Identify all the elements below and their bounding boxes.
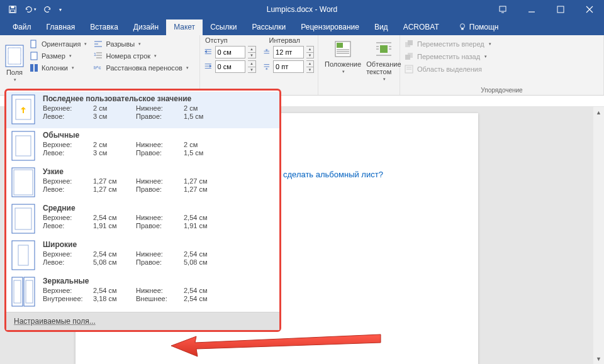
vertical-scrollbar[interactable]: ▲ ▼ — [593, 107, 604, 364]
ribbon: Поля ▾ Ориентация▾ Размер▾ Колонки▾ Разр… — [0, 35, 604, 96]
spacing-after-input[interactable]: 0 пт — [273, 60, 304, 73]
group-page-setup: Поля ▾ Ориентация▾ Размер▾ Колонки▾ Разр… — [0, 35, 200, 95]
svg-rect-19 — [408, 40, 413, 45]
tab-home[interactable]: Главная — [39, 19, 83, 35]
maximize-button[interactable] — [546, 0, 575, 19]
interval-label: Интервал — [269, 36, 300, 44]
size-button[interactable]: Размер▾ — [29, 51, 87, 61]
ribbon-display-options[interactable] — [488, 0, 517, 19]
custom-margins-button[interactable]: Настраиваемые поля... — [6, 312, 279, 330]
document-hyperlink[interactable]: сделать альбомный лист? — [283, 170, 383, 179]
svg-rect-16 — [337, 43, 343, 48]
ribbon-tabs: Файл Главная Вставка Дизайн Макет Ссылки… — [0, 19, 604, 35]
margins-dropdown: Последнее пользовательское значение Верх… — [4, 89, 281, 332]
scroll-down-button[interactable]: ▼ — [593, 353, 604, 364]
indent-left-icon — [204, 47, 213, 57]
svg-rect-21 — [405, 55, 410, 60]
selection-pane-button: Область выделения — [404, 63, 600, 75]
group-position: Положение▾ Обтекание текстом▾ — [318, 35, 400, 95]
scroll-up-button[interactable]: ▲ — [593, 107, 604, 118]
margins-icon — [5, 45, 24, 67]
svg-rect-1 — [11, 6, 14, 9]
wrap-text-button[interactable]: Обтекание текстом▾ — [364, 39, 403, 94]
margins-option-moderate[interactable]: Средние Верхнее:2,54 смНижнее:2,54 см Ле… — [6, 201, 279, 238]
svg-point-5 — [460, 24, 464, 28]
line-numbers-button[interactable]: 1Номера строк▾ — [93, 51, 188, 61]
lightbulb-icon — [458, 23, 467, 31]
indent-label: Отступ — [205, 36, 228, 44]
tab-view[interactable]: Вид — [367, 19, 396, 35]
selection-pane-icon — [404, 64, 414, 74]
margins-option-normal[interactable]: Обычные Верхнее:2 смНижнее:2 см Левое:3 … — [6, 128, 279, 165]
send-backward-button: Переместить назад▾ — [404, 50, 600, 63]
send-backward-icon — [404, 52, 414, 62]
spacing-after-icon — [262, 62, 271, 72]
tab-mailings[interactable]: Рассылки — [244, 19, 293, 35]
svg-rect-27 — [12, 168, 35, 197]
margins-option-mirrored[interactable]: Зеркальные Верхнее:2,54 смНижнее:2,54 см… — [6, 274, 279, 311]
svg-rect-3 — [500, 6, 506, 11]
group-arrange: Переместить вперед▾ Переместить назад▾ О… — [400, 35, 604, 95]
indent-left-input[interactable]: 0 см — [215, 46, 246, 58]
tab-file[interactable]: Файл — [5, 19, 39, 35]
margins-button[interactable]: Поля ▾ — [3, 38, 26, 85]
indent-right-spinner[interactable]: ▲▼ — [248, 60, 255, 73]
close-button[interactable] — [575, 0, 604, 19]
wrap-text-icon — [374, 39, 394, 59]
bring-forward-button: Переместить вперед▾ — [404, 38, 600, 50]
breaks-button[interactable]: Разрывы▾ — [93, 39, 188, 49]
window-title: Lumpics.docx - Word — [267, 5, 337, 14]
svg-rect-11 — [30, 64, 33, 72]
columns-icon — [29, 63, 39, 73]
spacing-before-spinner[interactable]: ▲▼ — [306, 46, 314, 58]
hyphenation-button[interactable]: bᵃcРасстановка переносов▾ — [93, 63, 188, 73]
position-button[interactable]: Положение▾ — [322, 39, 364, 94]
indent-right-icon — [204, 62, 213, 72]
margins-option-narrow[interactable]: Узкие Верхнее:1,27 смНижнее:1,27 см Лево… — [6, 165, 279, 201]
save-button[interactable] — [5, 2, 20, 17]
bring-forward-icon — [404, 39, 414, 49]
svg-rect-10 — [31, 52, 37, 60]
arrange-group-label: Упорядочение — [400, 87, 603, 94]
tab-design[interactable]: Дизайн — [126, 19, 166, 35]
margins-thumb-icon — [11, 94, 35, 124]
hyphenation-icon: bᵃc — [93, 63, 103, 73]
line-numbers-icon: 1 — [93, 51, 103, 61]
svg-text:bᵃc: bᵃc — [94, 65, 101, 70]
svg-text:1: 1 — [94, 52, 96, 57]
tab-references[interactable]: Ссылки — [203, 19, 244, 35]
tab-layout[interactable]: Макет — [166, 19, 203, 35]
minimize-button[interactable] — [517, 0, 546, 19]
svg-rect-2 — [11, 10, 15, 13]
breaks-icon — [93, 39, 103, 49]
margins-option-last-custom[interactable]: Последнее пользовательское значение Верх… — [6, 92, 279, 128]
svg-rect-17 — [380, 45, 388, 53]
tab-insert[interactable]: Вставка — [82, 19, 126, 35]
page-size-icon — [29, 51, 39, 61]
tab-review[interactable]: Рецензирование — [293, 19, 367, 35]
svg-rect-12 — [35, 64, 38, 72]
orientation-button[interactable]: Ориентация▾ — [29, 39, 87, 49]
spacing-before-input[interactable]: 12 пт — [273, 46, 304, 58]
group-paragraph: Отступ Интервал 0 см ▲▼ 12 пт ▲▼ 0 см ▲▼… — [200, 35, 318, 95]
position-icon — [333, 39, 353, 59]
qat-customize[interactable]: ▾ — [59, 7, 62, 13]
orientation-icon — [29, 39, 39, 49]
columns-button[interactable]: Колонки▾ — [29, 63, 87, 73]
spacing-before-icon — [262, 47, 271, 57]
titlebar: ▾ ▾ Lumpics.docx - Word — [0, 0, 604, 19]
svg-rect-9 — [31, 40, 36, 48]
spacing-after-spinner[interactable]: ▲▼ — [306, 60, 314, 73]
svg-rect-6 — [461, 28, 464, 30]
undo-button[interactable]: ▾ — [23, 2, 38, 17]
chevron-down-icon: ▾ — [14, 77, 16, 82]
svg-rect-4 — [557, 6, 564, 13]
margins-option-wide[interactable]: Широкие Верхнее:2,54 смНижнее:2,54 см Ле… — [6, 238, 279, 274]
tab-acrobat[interactable]: ACROBAT — [396, 19, 447, 35]
indent-right-input[interactable]: 0 см — [215, 60, 246, 73]
redo-button[interactable] — [40, 2, 55, 17]
indent-left-spinner[interactable]: ▲▼ — [248, 46, 255, 58]
tell-me[interactable]: Помощн — [450, 19, 506, 35]
